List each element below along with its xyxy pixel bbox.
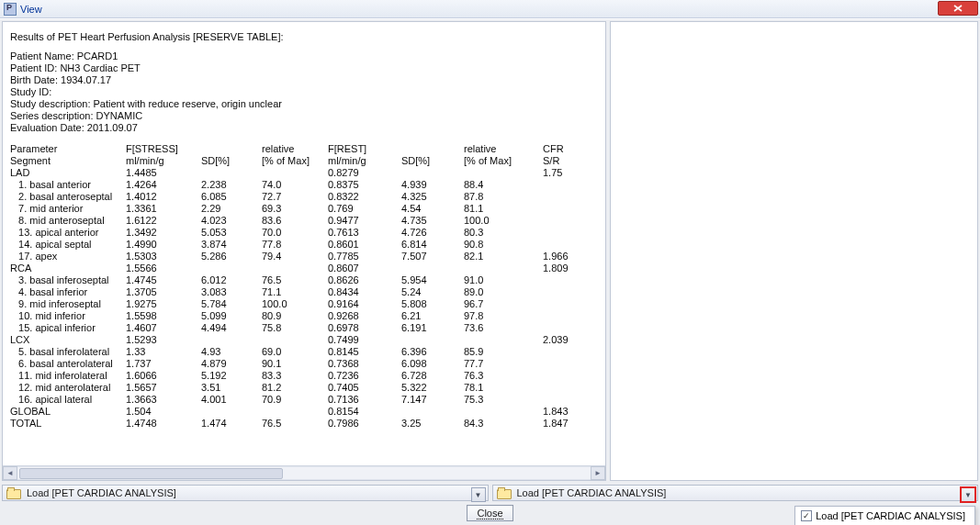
table-cell: 80.9 (262, 310, 328, 322)
table-cell: 89.0 (464, 286, 543, 298)
scroll-thumb[interactable] (19, 468, 283, 479)
table-cell: 77.7 (464, 358, 543, 370)
load-left-dropdown-button[interactable]: ▼ (471, 487, 486, 502)
table-cell: 0.7136 (328, 394, 401, 406)
table-cell: 5.192 (201, 370, 262, 382)
table-cell: 17. apex (10, 251, 126, 262)
table-cell: 5.24 (401, 286, 464, 298)
table-cell: 96.7 (464, 298, 543, 310)
table-cell: 1.33 (126, 346, 201, 358)
table-row: 2. basal anteroseptal1.40126.08572.70.83… (10, 191, 598, 203)
table-cell: 1.474 (201, 418, 262, 430)
folder-open-icon (6, 487, 21, 498)
table-cell (543, 370, 598, 382)
table-cell: 10. mid inferior (10, 310, 126, 322)
table-cell (464, 334, 543, 346)
table-cell: 1.847 (543, 418, 598, 430)
table-cell: 0.7499 (328, 334, 401, 346)
table-cell: 6.396 (401, 346, 464, 358)
table-cell: 1.4748 (126, 418, 201, 430)
table-cell: 76.5 (262, 418, 328, 430)
table-cell: 81.2 (262, 382, 328, 394)
table-cell: 88.4 (464, 179, 543, 191)
load-right-dropdown-button[interactable]: ▼ (961, 487, 975, 502)
table-cell (464, 262, 543, 274)
table-cell: 0.8279 (328, 167, 401, 179)
table-cell: 0.8626 (328, 274, 401, 286)
table-cell: 16. apical lateral (10, 394, 126, 406)
table-cell (543, 191, 598, 203)
hdr-rel2: relative (464, 143, 543, 155)
table-cell: RCA (10, 262, 126, 274)
table-cell: 0.9477 (328, 215, 401, 227)
table-cell (201, 406, 262, 418)
load-right-label: Load [PET CARDIAC ANALYSIS] (517, 487, 667, 498)
table-cell (543, 322, 598, 334)
table-cell: 4.726 (401, 227, 464, 239)
table-row: 1. basal anterior1.42642.23874.00.83754.… (10, 179, 598, 191)
table-cell: 0.7405 (328, 382, 401, 394)
table-cell: 1.3705 (126, 286, 201, 298)
load-left-label: Load [PET CARDIAC ANALYSIS] (27, 487, 176, 498)
scroll-left-arrow[interactable]: ◄ (3, 466, 17, 480)
report-title: Results of PET Heart Perfusion Analysis … (10, 31, 598, 43)
table-cell (543, 310, 598, 322)
close-window-button[interactable] (938, 1, 978, 16)
hdr-rel1: relative (262, 143, 328, 155)
table-cell: 0.7613 (328, 227, 401, 239)
table-cell: 69.0 (262, 346, 328, 358)
table-cell: 0.8145 (328, 346, 401, 358)
table-cell: 0.7236 (328, 370, 401, 382)
hdr-unit1: ml/min/g (126, 155, 201, 167)
table-cell: 7.507 (401, 251, 464, 262)
table-cell: 1.5657 (126, 382, 201, 394)
table-row: 17. apex1.53035.28679.40.77857.50782.11.… (10, 251, 598, 262)
table-row: 7. mid anterior1.33612.2969.30.7694.5481… (10, 203, 598, 215)
header-row-2: Segment ml/min/g SD[%] [% of Max] ml/min… (10, 155, 598, 167)
table-cell: 3.874 (201, 239, 262, 251)
load-bar-left[interactable]: Load [PET CARDIAC ANALYSIS] ▼ (2, 485, 489, 501)
table-row: 10. mid inferior1.55985.09980.90.92686.2… (10, 310, 598, 322)
menu-item-pet[interactable]: Load [PET CARDIAC ANALYSIS] (797, 508, 973, 523)
scroll-right-arrow[interactable]: ► (591, 466, 605, 480)
table-cell (262, 406, 328, 418)
hscrollbar[interactable]: ◄ ► (3, 465, 605, 480)
table-cell: 6.098 (401, 358, 464, 370)
table-cell: 0.7368 (328, 358, 401, 370)
table-cell (464, 167, 543, 179)
table-cell: 1.3492 (126, 227, 201, 239)
table-cell: 69.3 (262, 203, 328, 215)
table-cell: 1.5293 (126, 334, 201, 346)
close-button[interactable]: Close (467, 505, 513, 521)
table-cell: 3.51 (201, 382, 262, 394)
meta-eval-date: Evaluation Date: 2011.09.07 (10, 122, 598, 134)
table-cell (543, 382, 598, 394)
table-cell: 4.735 (401, 215, 464, 227)
table-row: 15. apical inferior1.46074.49475.80.6978… (10, 322, 598, 334)
table-cell: 3. basal inferoseptal (10, 274, 126, 286)
table-cell: 1.966 (543, 251, 598, 262)
header-row-1: Parameter F[STRESS] relative F[REST] rel… (10, 143, 598, 155)
table-cell: 0.769 (328, 203, 401, 215)
table-cell: 1.4264 (126, 179, 201, 191)
table-cell (262, 167, 328, 179)
table-cell: 0.7986 (328, 418, 401, 430)
hdr-unit2: ml/min/g (328, 155, 401, 167)
table-cell: 1.843 (543, 406, 598, 418)
table-cell: 4. basal inferior (10, 286, 126, 298)
app-icon (4, 3, 17, 16)
table-cell: 0.8375 (328, 179, 401, 191)
table-cell: 4.54 (401, 203, 464, 215)
right-content-empty (611, 22, 977, 480)
table-cell (401, 406, 464, 418)
table-cell: 1.5566 (126, 262, 201, 274)
table-cell: 0.7785 (328, 251, 401, 262)
table-cell: 1.4485 (126, 167, 201, 179)
scroll-track[interactable] (17, 466, 591, 480)
menu-item-pet-label: Load [PET CARDIAC ANALYSIS] (816, 510, 965, 521)
load-bar-right[interactable]: Load [PET CARDIAC ANALYSIS] ▼ Load [PET … (492, 485, 979, 501)
table-row: 8. mid anteroseptal1.61224.02383.60.9477… (10, 215, 598, 227)
table-cell: 97.8 (464, 310, 543, 322)
table-cell (543, 286, 598, 298)
table-cell: 0.9268 (328, 310, 401, 322)
